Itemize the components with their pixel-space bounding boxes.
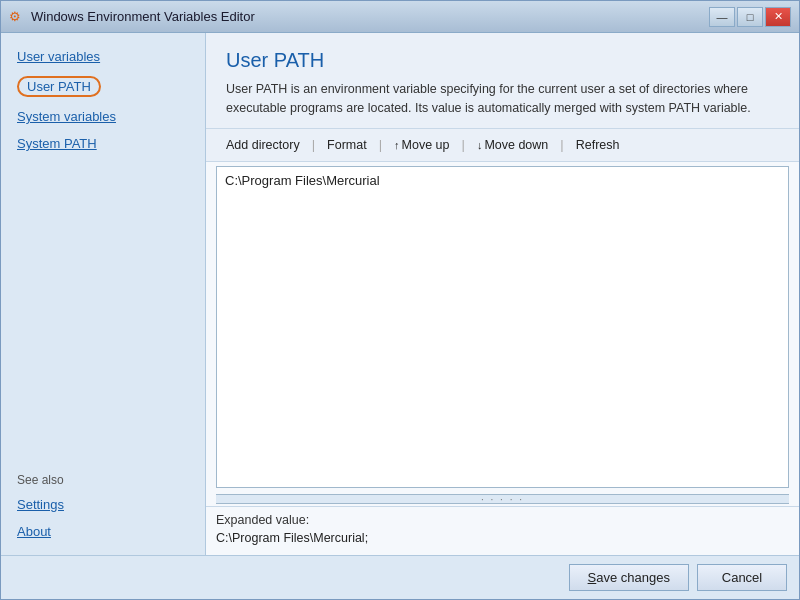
toolbar: Add directory | Format | ↑Move up | ↓Mov… bbox=[206, 129, 799, 162]
save-changes-button[interactable]: Save changes bbox=[569, 564, 689, 591]
main-layout: User variables User PATH System variable… bbox=[1, 33, 799, 555]
sidebar-item-label: System PATH bbox=[17, 136, 97, 151]
separator-3: | bbox=[461, 137, 464, 152]
path-list[interactable]: C:\Program Files\Mercurial bbox=[216, 166, 789, 489]
close-button[interactable]: ✕ bbox=[765, 7, 791, 27]
sidebar-item-user-variables[interactable]: User variables bbox=[1, 43, 205, 70]
footer: Save changes Cancel bbox=[1, 555, 799, 599]
content-header: User PATH User PATH is an environment va… bbox=[206, 33, 799, 129]
move-up-arrow-icon: ↑ bbox=[394, 139, 400, 151]
titlebar: ⚙ Windows Environment Variables Editor —… bbox=[1, 1, 799, 33]
sidebar-item-system-path[interactable]: System PATH bbox=[1, 130, 205, 157]
window-title: Windows Environment Variables Editor bbox=[31, 9, 255, 24]
add-directory-button[interactable]: Add directory bbox=[216, 135, 310, 155]
sidebar-item-user-path[interactable]: User PATH bbox=[1, 70, 205, 103]
resize-dots: · · · · · bbox=[481, 494, 524, 505]
resize-handle[interactable]: · · · · · bbox=[216, 494, 789, 504]
refresh-button[interactable]: Refresh bbox=[566, 135, 630, 155]
separator-1: | bbox=[312, 137, 315, 152]
page-title: User PATH bbox=[226, 49, 779, 72]
maximize-button[interactable]: □ bbox=[737, 7, 763, 27]
minimize-button[interactable]: — bbox=[709, 7, 735, 27]
titlebar-left: ⚙ Windows Environment Variables Editor bbox=[9, 9, 255, 25]
move-down-button[interactable]: ↓Move down bbox=[467, 135, 558, 155]
sidebar-item-label: About bbox=[17, 524, 51, 539]
sidebar-item-settings[interactable]: Settings bbox=[1, 491, 205, 518]
content-area: User PATH User PATH is an environment va… bbox=[206, 33, 799, 555]
separator-4: | bbox=[560, 137, 563, 152]
main-window: ⚙ Windows Environment Variables Editor —… bbox=[0, 0, 800, 600]
expanded-value: C:\Program Files\Mercurial; bbox=[216, 531, 789, 545]
sidebar-bottom: See also Settings About bbox=[1, 465, 205, 545]
format-button[interactable]: Format bbox=[317, 135, 377, 155]
cancel-label: Cancel bbox=[722, 570, 762, 585]
sidebar-item-label: User PATH bbox=[17, 76, 101, 97]
sidebar-item-label: System variables bbox=[17, 109, 116, 124]
sidebar-item-about[interactable]: About bbox=[1, 518, 205, 545]
move-down-arrow-icon: ↓ bbox=[477, 139, 483, 151]
sidebar-section-main: User variables User PATH System variable… bbox=[1, 43, 205, 465]
sidebar: User variables User PATH System variable… bbox=[1, 33, 206, 555]
move-up-button[interactable]: ↑Move up bbox=[384, 135, 459, 155]
sidebar-item-system-variables[interactable]: System variables bbox=[1, 103, 205, 130]
separator-2: | bbox=[379, 137, 382, 152]
path-list-container: C:\Program Files\Mercurial bbox=[206, 162, 799, 493]
titlebar-controls: — □ ✕ bbox=[709, 7, 791, 27]
list-item[interactable]: C:\Program Files\Mercurial bbox=[221, 171, 784, 190]
app-icon: ⚙ bbox=[9, 9, 25, 25]
cancel-button[interactable]: Cancel bbox=[697, 564, 787, 591]
content-description: User PATH is an environment variable spe… bbox=[226, 80, 779, 118]
sidebar-item-label: Settings bbox=[17, 497, 64, 512]
see-also-label: See also bbox=[1, 465, 205, 491]
expanded-section: Expanded value: C:\Program Files\Mercuri… bbox=[206, 506, 799, 555]
sidebar-item-label: User variables bbox=[17, 49, 100, 64]
expanded-label: Expanded value: bbox=[216, 513, 789, 527]
save-label: Save changes bbox=[588, 570, 670, 585]
